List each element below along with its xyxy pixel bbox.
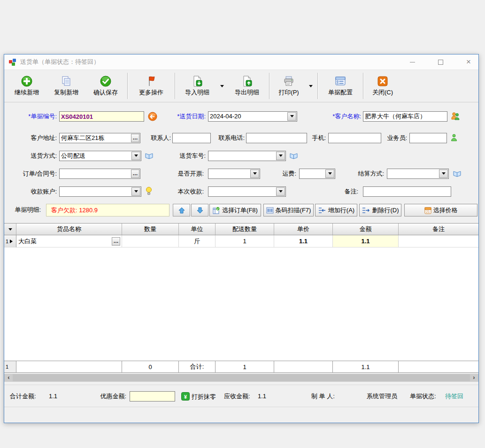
- contact-label: 联系人:: [143, 133, 171, 143]
- cell-price[interactable]: 1.1: [274, 235, 333, 247]
- delivery-date-select[interactable]: 2024-04-20: [208, 111, 297, 122]
- ellipsis-button[interactable]: …: [131, 134, 139, 142]
- chevron-down-icon: [309, 85, 313, 89]
- remark-input[interactable]: [363, 186, 451, 197]
- delivery-method-select[interactable]: 公司配送: [59, 151, 141, 161]
- grid-filter-cell[interactable]: [4, 224, 16, 235]
- copy-add-button[interactable]: 复制新增: [46, 71, 86, 100]
- summary-remark: [399, 361, 478, 372]
- export-detail-button[interactable]: 导出明细: [227, 71, 267, 100]
- doc-config-button[interactable]: 单据配置: [320, 71, 361, 100]
- chevron-down-icon[interactable]: [287, 112, 296, 121]
- lightbulb-icon: [146, 186, 152, 196]
- customer-address-field[interactable]: …: [59, 133, 140, 143]
- toolbar-separator: [269, 73, 269, 99]
- maximize-button[interactable]: [437, 59, 444, 65]
- regenerate-doc-no-button[interactable]: [148, 112, 157, 121]
- settlement-select[interactable]: [387, 169, 449, 179]
- chevron-down-icon[interactable]: [276, 187, 285, 196]
- chevron-down-icon[interactable]: [131, 187, 140, 196]
- cell-amount[interactable]: 1.1: [333, 235, 399, 247]
- cell-qty[interactable]: [122, 235, 179, 247]
- add-row-button[interactable]: 增加行(A): [315, 204, 357, 216]
- mobile-input[interactable]: [328, 133, 381, 143]
- summary-row-indicator: 1: [4, 361, 16, 372]
- vehicle-no-label: 送货车号:: [177, 151, 206, 161]
- move-up-button[interactable]: [173, 204, 190, 216]
- delivery-date-label: *送货日期:: [159, 111, 206, 122]
- confirm-save-button[interactable]: 确认保存: [86, 71, 125, 100]
- customer-address-label: 客户地址:: [9, 133, 57, 143]
- cell-unit[interactable]: 斤: [179, 235, 216, 247]
- table-row[interactable]: 1 大白菜… 斤 1 1.1 1.1: [4, 235, 478, 247]
- cell-delivery-qty[interactable]: 1: [216, 235, 274, 247]
- doc-status-value: 待签回: [445, 391, 463, 402]
- order-no-field[interactable]: …: [59, 169, 140, 179]
- salesman-input[interactable]: [409, 133, 447, 143]
- delete-row-button[interactable]: 删除行(D): [359, 204, 401, 216]
- order-no-input[interactable]: [60, 170, 131, 178]
- receive-account-select[interactable]: [59, 186, 141, 197]
- scroll-right-arrow[interactable]: ›: [470, 374, 478, 382]
- customers-icon: [451, 112, 460, 120]
- freight-select[interactable]: [299, 169, 335, 179]
- summary-price: [274, 361, 333, 372]
- contact-input[interactable]: [172, 133, 211, 143]
- doc-no-label: *单据编号:: [9, 111, 57, 122]
- chevron-down-icon[interactable]: [131, 152, 140, 160]
- print-button[interactable]: 打印(P): [271, 71, 306, 100]
- doc-config-icon: [334, 75, 346, 87]
- discount-amount-input[interactable]: [130, 391, 175, 402]
- chevron-down-icon[interactable]: [439, 170, 448, 178]
- chevron-down-icon[interactable]: [325, 170, 334, 178]
- chevron-down-icon[interactable]: [276, 152, 285, 160]
- mobile-label: 手机:: [307, 133, 326, 143]
- ellipsis-button[interactable]: …: [131, 170, 139, 178]
- discount-round-button[interactable]: ¥ 打折抹零: [181, 392, 216, 402]
- col-header-remark: 备注: [399, 224, 478, 235]
- close-button[interactable]: ×: [465, 59, 472, 65]
- import-dropdown-arrow[interactable]: [217, 71, 227, 100]
- import-detail-button[interactable]: 导入明细: [177, 71, 217, 100]
- select-price-button[interactable]: 21 选择价格: [404, 204, 477, 216]
- chevron-down-icon: [220, 85, 224, 89]
- doc-no-input[interactable]: [59, 111, 144, 122]
- summary-delivery-qty: 1: [216, 361, 274, 372]
- ellipsis-button[interactable]: …: [112, 237, 120, 246]
- select-salesman-button[interactable]: [451, 134, 457, 141]
- scrollbar-thumb[interactable]: [13, 374, 470, 381]
- contact-phone-label: 联系电话:: [212, 133, 245, 143]
- grid-empty-area: [4, 247, 478, 361]
- invoice-flag-select[interactable]: [208, 169, 260, 179]
- contact-phone-input[interactable]: [246, 133, 307, 143]
- cell-remark[interactable]: [399, 235, 478, 247]
- barcode-scan-button[interactable]: 条码扫描(F7): [263, 204, 314, 216]
- more-actions-button[interactable]: 更多操作: [130, 71, 173, 100]
- close-window-button[interactable]: 关闭(C): [365, 71, 400, 100]
- select-order-icon: [213, 207, 220, 214]
- customer-address-input[interactable]: [60, 135, 131, 142]
- vehicle-no-select[interactable]: [208, 151, 286, 161]
- settlement-lookup-button[interactable]: [453, 170, 462, 177]
- book-icon: [453, 170, 462, 177]
- scroll-left-arrow[interactable]: ‹: [5, 374, 13, 382]
- chevron-down-icon[interactable]: [250, 170, 259, 178]
- delivery-method-lookup-button[interactable]: [145, 152, 154, 159]
- horizontal-scrollbar[interactable]: ‹ ›: [4, 374, 478, 382]
- continue-add-button[interactable]: 继续新增: [7, 71, 46, 100]
- move-down-button[interactable]: [191, 204, 208, 216]
- customer-name-input[interactable]: [363, 111, 447, 122]
- import-sheet-icon: [191, 75, 203, 87]
- close-icon: ×: [466, 59, 471, 65]
- remark-label: 备注:: [338, 186, 358, 197]
- col-header-amount: 金额: [333, 224, 399, 235]
- select-order-button[interactable]: 选择订单(F8): [209, 204, 261, 216]
- select-customer-button[interactable]: [451, 112, 460, 120]
- current-receipt-select[interactable]: [208, 186, 286, 197]
- account-hint-icon: [146, 186, 152, 196]
- discount-amount-label: 优惠金额:: [93, 391, 126, 402]
- vehicle-no-lookup-button[interactable]: [289, 152, 298, 159]
- minimize-button[interactable]: [409, 59, 416, 65]
- print-dropdown-arrow[interactable]: [306, 71, 316, 100]
- cell-name[interactable]: 大白菜…: [16, 235, 122, 247]
